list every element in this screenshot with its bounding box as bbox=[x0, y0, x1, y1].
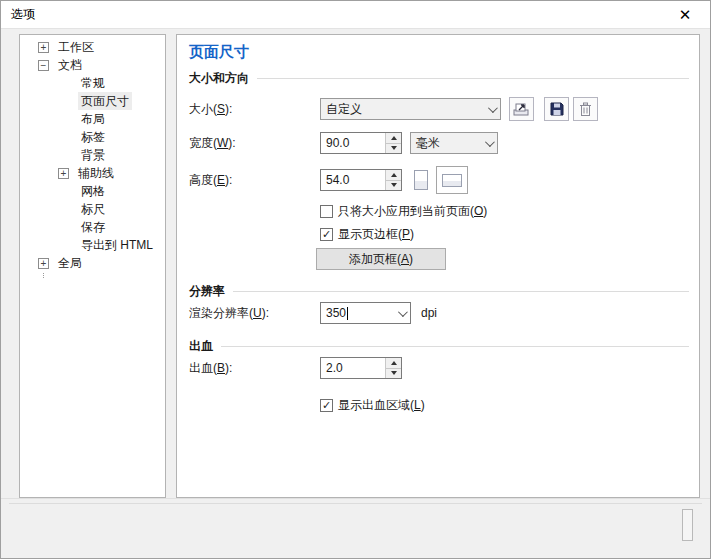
landscape-page-icon bbox=[442, 174, 462, 187]
spin-down-icon[interactable] bbox=[386, 143, 401, 154]
sidebar-item-workspace[interactable]: + 工作区 bbox=[20, 38, 165, 56]
sidebar-item-label: 网格 bbox=[78, 182, 108, 201]
title-bar: 选项 ✕ bbox=[1, 1, 710, 29]
sidebar-item-label: 保存 bbox=[78, 218, 108, 237]
sidebar-item-label: 全局 bbox=[55, 254, 85, 273]
landscape-orientation-button[interactable] bbox=[436, 166, 468, 194]
dpi-unit-label: dpi bbox=[421, 306, 437, 320]
sidebar-item-label-page[interactable]: 标签 bbox=[20, 128, 165, 146]
bleed-label: 出血(B): bbox=[189, 360, 320, 377]
size-select[interactable]: 自定义 bbox=[320, 98, 501, 120]
width-label: 宽度(W): bbox=[189, 135, 320, 152]
size-row: 大小(S): 自定义 bbox=[189, 97, 689, 121]
width-stepper[interactable]: 90.0 bbox=[320, 132, 402, 154]
height-label: 高度(E): bbox=[189, 172, 320, 189]
section-divider bbox=[221, 346, 689, 347]
chevron-down-icon bbox=[479, 140, 497, 147]
apply-current-page-row: ✓ 只将大小应用到当前页面(O) bbox=[320, 203, 689, 220]
resize-grip[interactable] bbox=[682, 509, 693, 541]
height-stepper[interactable]: 54.0 bbox=[320, 169, 402, 191]
checkbox-checked: ✓ bbox=[320, 228, 333, 241]
show-page-border-row: ✓ 显示页边框(P) bbox=[320, 226, 689, 243]
sidebar-item-label: 页面尺寸 bbox=[78, 92, 132, 111]
expand-plus-icon[interactable]: + bbox=[38, 258, 49, 269]
sidebar-item-label: 标签 bbox=[78, 128, 108, 147]
show-page-border-checkbox[interactable]: ✓ 显示页边框(P) bbox=[320, 226, 414, 243]
sidebar-item-label: 常规 bbox=[78, 74, 108, 93]
category-tree: + 工作区 − 文档 常规 页面尺寸 布局 标签 背景 + 辅助线 网格 标 bbox=[20, 38, 165, 272]
height-row: 高度(E): 54.0 bbox=[189, 166, 689, 194]
spin-buttons bbox=[385, 133, 401, 153]
width-row: 宽度(W): 90.0 毫米 bbox=[189, 132, 689, 154]
get-size-from-printer-button[interactable] bbox=[509, 97, 534, 121]
sidebar-item-label: 布局 bbox=[78, 110, 108, 129]
chevron-down-icon bbox=[392, 310, 410, 317]
expand-plus-icon[interactable]: + bbox=[38, 42, 49, 53]
save-icon bbox=[550, 102, 564, 116]
save-size-button[interactable] bbox=[544, 97, 569, 121]
dialog-bottom-bar bbox=[1, 498, 710, 559]
sidebar-item-label: 辅助线 bbox=[75, 164, 117, 183]
sidebar-item-document[interactable]: − 文档 bbox=[20, 56, 165, 74]
spin-up-icon[interactable] bbox=[386, 170, 401, 180]
portrait-orientation-button[interactable] bbox=[414, 170, 428, 190]
section-divider bbox=[233, 291, 689, 292]
sidebar-item-label: 工作区 bbox=[55, 38, 97, 57]
page-title: 页面尺寸 bbox=[189, 43, 249, 62]
checkbox-checked: ✓ bbox=[320, 399, 333, 412]
spin-up-icon[interactable] bbox=[386, 133, 401, 143]
size-label: 大小(S): bbox=[189, 101, 320, 118]
sidebar-item-general[interactable]: 常规 bbox=[20, 74, 165, 92]
sidebar-item-export-html[interactable]: 导出到 HTML bbox=[20, 236, 165, 254]
printer-icon bbox=[513, 101, 530, 117]
spin-buttons bbox=[385, 358, 401, 378]
sidebar-item-label: 背景 bbox=[78, 146, 108, 165]
show-page-border-label: 显示页边框(P) bbox=[338, 226, 414, 243]
close-icon[interactable]: ✕ bbox=[668, 3, 702, 27]
section-bleed: 出血 bbox=[189, 338, 689, 355]
apply-current-page-label: 只将大小应用到当前页面(O) bbox=[338, 203, 487, 220]
unit-select[interactable]: 毫米 bbox=[410, 132, 498, 154]
show-bleed-area-checkbox[interactable]: ✓ 显示出血区域(L) bbox=[320, 397, 425, 414]
section-resolution: 分辨率 bbox=[189, 283, 689, 300]
show-bleed-area-label: 显示出血区域(L) bbox=[338, 397, 425, 414]
portrait-page-icon bbox=[415, 181, 427, 189]
options-dialog: { "window": { "title": "选项", "close_glyp… bbox=[0, 0, 711, 559]
add-page-frame-row: 添加页框(A) bbox=[316, 248, 689, 270]
section-divider bbox=[257, 78, 689, 79]
delete-size-button[interactable] bbox=[573, 97, 598, 121]
sidebar-item-rulers[interactable]: 标尺 bbox=[20, 200, 165, 218]
bleed-stepper[interactable]: 2.0 bbox=[320, 357, 402, 379]
spin-down-icon[interactable] bbox=[386, 368, 401, 379]
bleed-row: 出血(B): 2.0 bbox=[189, 357, 689, 379]
spin-up-icon[interactable] bbox=[386, 358, 401, 368]
trash-icon bbox=[579, 102, 592, 117]
sidebar-item-label: 标尺 bbox=[78, 200, 108, 219]
chevron-down-icon bbox=[482, 106, 500, 113]
sidebar-item-layout[interactable]: 布局 bbox=[20, 110, 165, 128]
sidebar-item-save[interactable]: 保存 bbox=[20, 218, 165, 236]
expand-plus-icon[interactable]: + bbox=[58, 168, 69, 179]
sidebar-item-background[interactable]: 背景 bbox=[20, 146, 165, 164]
add-page-frame-button[interactable]: 添加页框(A) bbox=[316, 248, 446, 270]
render-resolution-label: 渲染分辨率(U): bbox=[189, 305, 320, 322]
render-resolution-row: 渲染分辨率(U): 350 dpi bbox=[189, 302, 689, 324]
sidebar-item-label: 文档 bbox=[55, 56, 85, 75]
sidebar-item-guidelines[interactable]: + 辅助线 bbox=[20, 164, 165, 182]
apply-current-page-checkbox[interactable]: ✓ 只将大小应用到当前页面(O) bbox=[320, 203, 487, 220]
divider bbox=[9, 503, 702, 504]
text-caret bbox=[347, 307, 348, 320]
sidebar-item-global[interactable]: + 全局 bbox=[20, 254, 165, 272]
render-resolution-input[interactable]: 350 bbox=[320, 302, 411, 324]
sidebar-item-page-size[interactable]: 页面尺寸 bbox=[20, 92, 165, 110]
show-bleed-area-row: ✓ 显示出血区域(L) bbox=[320, 397, 689, 414]
collapse-minus-icon[interactable]: − bbox=[38, 60, 49, 71]
category-tree-panel: + 工作区 − 文档 常规 页面尺寸 布局 标签 背景 + 辅助线 网格 标 bbox=[19, 34, 166, 498]
spin-buttons bbox=[385, 170, 401, 190]
spin-down-icon[interactable] bbox=[386, 180, 401, 191]
window-title: 选项 bbox=[11, 6, 35, 23]
page-size-settings-panel: 页面尺寸 大小和方向 大小(S): 自定义 bbox=[176, 34, 700, 498]
sidebar-item-label: 导出到 HTML bbox=[78, 236, 156, 255]
checkbox-unchecked: ✓ bbox=[320, 205, 333, 218]
sidebar-item-grid[interactable]: 网格 bbox=[20, 182, 165, 200]
